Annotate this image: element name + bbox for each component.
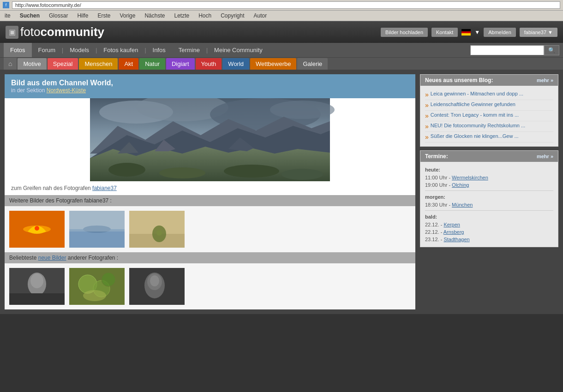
image-caption: zum Greifen nah des Fotografen fabiane37 <box>5 181 415 195</box>
blog-link-1[interactable]: Leica gewinnen - Mitmachen und dopp ... <box>431 91 523 96</box>
popular-link[interactable]: neue Bilder <box>38 255 66 261</box>
blog-more-link[interactable]: mehr » <box>537 77 553 83</box>
popular-header: Beliebteste neue Bilder anderer Fotograf… <box>5 252 415 263</box>
svg-point-11 <box>282 169 323 180</box>
channel-sub: in der Sektion Nordwest-Küste <box>11 87 409 94</box>
event-city-6[interactable]: Stadthagen <box>443 237 469 242</box>
event-city-3[interactable]: München <box>452 202 473 208</box>
event-city-5[interactable]: Arnsberg <box>443 229 464 235</box>
subnav-motive[interactable]: Motive <box>18 58 46 70</box>
sidebar: Neues aus unserem Blog: mehr » » Leica g… <box>420 74 558 309</box>
thumbnails-row2 <box>5 263 415 309</box>
user-menu[interactable]: fabiane37 ▼ <box>520 28 557 37</box>
thumb-3[interactable] <box>129 211 185 248</box>
nav-infos[interactable]: Infos <box>146 43 172 57</box>
menu-item-erste[interactable]: Erste <box>93 12 115 20</box>
menu-item-letzte[interactable]: Letzte <box>169 12 194 20</box>
morgen-label: morgen: <box>425 193 553 201</box>
subnav-spezial[interactable]: Spezial <box>48 58 78 70</box>
blog-link-2[interactable]: Leidenschaftliche Gewinner gefunden <box>431 101 515 107</box>
thumb-5-image <box>69 268 125 305</box>
blog-block: Neues aus unserem Blog: mehr » » Leica g… <box>420 74 558 147</box>
subnav-youth[interactable]: Youth <box>196 58 222 70</box>
thumb-4[interactable] <box>9 268 65 305</box>
blog-bullet-3: » <box>425 112 429 119</box>
event-city-1[interactable]: Wermelskirchen <box>452 175 488 180</box>
menu-item-copyright[interactable]: Copyright <box>216 12 249 20</box>
thumb-2[interactable] <box>69 211 125 248</box>
thumb-1[interactable] <box>9 211 65 248</box>
menu-item-naechste[interactable]: Nächste <box>140 12 169 20</box>
thumb-6[interactable] <box>129 268 185 305</box>
heute-label: heute: <box>425 166 553 174</box>
blog-item-1: » Leica gewinnen - Mitmachen und dopp ..… <box>425 89 553 100</box>
caption-text: zum Greifen nah des Fotografen <box>11 185 91 191</box>
search-area: 🔍 <box>470 45 559 55</box>
logo-prefix: foto <box>20 25 40 39</box>
svg-point-10 <box>224 165 279 178</box>
menu-item-suchen[interactable]: Suchen <box>15 12 44 20</box>
channel-link[interactable]: Nordwest-Küste <box>47 87 86 94</box>
abmelden-button[interactable]: Abmelden <box>484 28 516 37</box>
thumb-4-image <box>9 268 65 305</box>
flag-icon[interactable] <box>461 29 471 36</box>
blog-content: » Leica gewinnen - Mitmachen und dopp ..… <box>420 86 558 146</box>
search-input[interactable] <box>470 45 544 55</box>
caption-user-link[interactable]: fabiane37 <box>92 185 117 191</box>
url-bar[interactable]: http://www.fotocommunity.de/ <box>12 1 560 9</box>
channel-header: Bild aus dem Channel World, in der Sekti… <box>5 74 415 98</box>
termine-item-4: 22.12. - Kerpen <box>425 221 553 228</box>
menu-item-autor[interactable]: Autor <box>249 12 272 20</box>
subnav-akt[interactable]: Akt <box>119 58 138 70</box>
termine-content: heute: 11:00 Uhr - Wermelskirchen 19:00 … <box>420 162 558 247</box>
nav-meine-community[interactable]: Meine Community <box>208 43 269 57</box>
menu-item-hilfe[interactable]: Hilfe <box>72 12 93 20</box>
event-time-1: 11:00 Uhr <box>425 175 447 180</box>
more-photos-label: Weitere Bilder des Fotografen fabiane37 … <box>9 197 112 204</box>
svg-point-4 <box>270 101 335 119</box>
blog-link-3[interactable]: Contest: Tron Legacy - komm mit ins ... <box>431 112 519 118</box>
nav-models[interactable]: Models <box>63 43 96 57</box>
subnav-wettbewerbe[interactable]: Wettbewerbe <box>250 58 296 70</box>
subnav-galerie[interactable]: Galerie <box>297 58 328 70</box>
event-city-4[interactable]: Kerpen <box>443 222 460 227</box>
thumb-6-image <box>129 268 185 305</box>
termine-item-5: 22.12. - Arnsberg <box>425 228 553 236</box>
nav-fotos-kaufen[interactable]: Fotos kaufen <box>97 43 144 57</box>
nav-forum[interactable]: Forum <box>32 43 62 57</box>
flag-arrow[interactable]: ▼ <box>474 29 480 36</box>
favicon-icon: f <box>3 2 9 8</box>
blog-link-4[interactable]: NEU! Die fotocommunity Rechtskolumn ... <box>431 123 525 128</box>
subnav-menschen[interactable]: Menschen <box>79 58 118 70</box>
thumbnails-row1 <box>5 206 415 252</box>
subnav-digiart[interactable]: Digiart <box>166 58 195 70</box>
termine-more-link[interactable]: mehr » <box>537 154 553 159</box>
search-button[interactable]: 🔍 <box>544 45 559 55</box>
kontakt-button[interactable]: Kontakt <box>431 28 458 37</box>
thumb-5[interactable] <box>69 268 125 305</box>
nav-termine[interactable]: Termine <box>172 43 206 57</box>
upload-button[interactable]: Bilder hochladen <box>381 28 428 37</box>
home-button[interactable]: ⌂ <box>4 58 17 70</box>
more-photos-header: Weitere Bilder des Fotografen fabiane37 … <box>5 195 415 206</box>
event-date-4: 22.12. <box>425 222 439 227</box>
thumb-1-image <box>9 211 65 248</box>
blog-link-5[interactable]: Süßer die Glocken nie klingen...Gew ... <box>431 133 519 139</box>
main-nav: Fotos Forum | Models | Fotos kaufen | In… <box>0 43 563 58</box>
event-city-2[interactable]: Olching <box>452 182 469 188</box>
menu-item-vorige[interactable]: Vorige <box>115 12 140 20</box>
menu-item-hoch[interactable]: Hoch <box>194 12 216 20</box>
user-dropdown-icon: ▼ <box>548 30 553 35</box>
subnav-world[interactable]: World <box>222 58 249 70</box>
subnav-natur[interactable]: Natur <box>139 58 165 70</box>
blog-bullet-5: » <box>425 133 429 141</box>
blog-bullet-4: » <box>425 123 429 130</box>
sub-nav: ⌂ Motive Spezial Menschen Akt Natur Digi… <box>0 58 563 70</box>
menu-item-ite[interactable]: ite <box>0 12 15 20</box>
termine-item-6: 23.12. - Stadthagen <box>425 236 553 243</box>
site-header: fotocommunity Bilder hochladen Kontakt ▼… <box>0 21 563 43</box>
nav-fotos[interactable]: Fotos <box>4 43 32 57</box>
menu-item-glossar[interactable]: Glossar <box>44 12 72 20</box>
header-actions: Bilder hochladen Kontakt ▼ Abmelden fabi… <box>381 28 557 37</box>
blog-bullet-2: » <box>425 101 429 109</box>
